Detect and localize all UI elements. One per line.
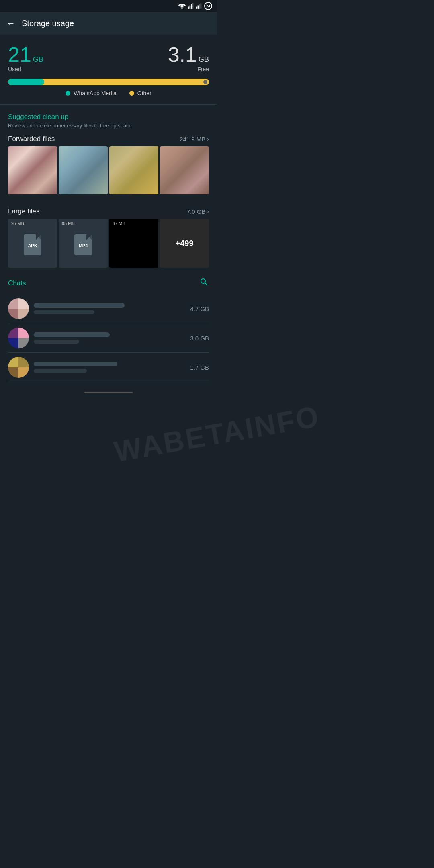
- forwarded-chevron: ›: [207, 136, 209, 142]
- chat-name-bar-1: [34, 303, 125, 308]
- progress-end-dot: [203, 80, 207, 84]
- svg-rect-5: [196, 6, 197, 9]
- storage-numbers: 21 GB Used 3.1 GB Free: [8, 44, 209, 72]
- legend-whatsapp-media: WhatsApp Media: [66, 90, 117, 96]
- svg-rect-4: [192, 3, 194, 9]
- used-value: 21: [8, 44, 31, 65]
- file3-size-label: 67 MB: [113, 221, 125, 226]
- chat-sub-bar-1: [34, 310, 94, 314]
- chats-title: Chats: [8, 279, 26, 287]
- chat-name-bar-3: [34, 362, 117, 366]
- thumb-4: [160, 146, 209, 194]
- svg-rect-3: [191, 4, 192, 9]
- chat-sub-bar-2: [34, 340, 79, 344]
- thumb-3: [109, 146, 158, 194]
- more-count-label: +499: [175, 239, 193, 248]
- chat-sub-bar-3: [34, 369, 87, 373]
- chat-avatar-2: [8, 328, 29, 348]
- other-dot: [129, 91, 134, 96]
- svg-rect-2: [190, 6, 191, 9]
- mp4-icon: MP4: [74, 234, 92, 255]
- thumb-1: [8, 146, 57, 194]
- storage-progress-bar: [8, 79, 209, 85]
- chat-name-bar-2: [34, 332, 110, 337]
- svg-rect-6: [198, 6, 199, 9]
- free-unit: GB: [199, 55, 209, 64]
- large-file-apk[interactable]: 95 MB APK: [8, 219, 57, 268]
- large-file-3[interactable]: 67 MB: [109, 219, 158, 268]
- whatsapp-media-label: WhatsApp Media: [74, 90, 117, 96]
- status-bar: 74: [0, 0, 217, 12]
- large-files-row[interactable]: Large files 7.0 GB ›: [8, 207, 209, 215]
- cleanup-description: Review and delete unnecessary files to f…: [8, 123, 209, 129]
- chat-avatar-3: [8, 357, 29, 378]
- signal-icon: [188, 3, 194, 9]
- large-file-more[interactable]: +499: [160, 219, 209, 268]
- back-button[interactable]: ←: [6, 18, 15, 29]
- chat-item-2[interactable]: 3.0 GB: [8, 323, 209, 353]
- whatsapp-media-dot: [66, 91, 70, 96]
- used-portion: [8, 79, 44, 85]
- large-files-section: Large files 7.0 GB › 95 MB APK 95 MB MP4: [0, 204, 217, 271]
- used-unit: GB: [33, 55, 43, 64]
- page-title: Storage usage: [22, 19, 74, 28]
- large-files-grid: 95 MB APK 95 MB MP4 67 MB +499: [8, 219, 209, 268]
- thumb-2: [59, 146, 108, 194]
- chat-info-1: [34, 303, 185, 314]
- chat-avatar-1: [8, 298, 29, 319]
- chat-item-1[interactable]: 4.7 GB: [8, 294, 209, 323]
- large-file-mp4[interactable]: 95 MB MP4: [59, 219, 108, 268]
- chat-info-3: [34, 362, 185, 373]
- svg-rect-8: [201, 3, 202, 9]
- chat-size-1: 4.7 GB: [190, 305, 209, 312]
- large-files-size: 7.0 GB ›: [187, 208, 209, 215]
- used-label: Used: [8, 66, 43, 72]
- chat-size-3: 1.7 GB: [190, 364, 209, 371]
- svg-point-0: [182, 8, 183, 9]
- apk-size-label: 95 MB: [11, 221, 24, 226]
- large-files-label: Large files: [8, 207, 39, 215]
- free-label: Free: [197, 66, 209, 72]
- svg-rect-1: [188, 6, 189, 9]
- cleanup-section: Suggested clean up Review and delete unn…: [0, 105, 217, 204]
- battery-indicator: 74: [204, 2, 212, 10]
- large-files-chevron: ›: [207, 208, 209, 215]
- forwarded-thumbnails[interactable]: [8, 146, 209, 194]
- free-storage: 3.1 GB Free: [168, 44, 209, 72]
- chats-header: Chats: [8, 277, 209, 289]
- other-label: Other: [137, 90, 151, 96]
- free-value: 3.1: [168, 44, 197, 65]
- forwarded-files-size: 241.9 MB ›: [180, 136, 209, 143]
- used-storage: 21 GB Used: [8, 44, 43, 72]
- apk-icon: APK: [24, 234, 41, 255]
- signal2-icon: [196, 3, 202, 9]
- storage-overview: 21 GB Used 3.1 GB Free WhatsApp Media Ot…: [0, 35, 217, 104]
- home-bar: [84, 392, 133, 393]
- wifi-icon: [178, 3, 186, 9]
- forwarded-files-row[interactable]: Forwarded files 241.9 MB ›: [8, 135, 209, 143]
- chats-section: Chats 4.7 GB: [0, 271, 217, 382]
- storage-legend: WhatsApp Media Other: [8, 90, 209, 96]
- app-bar: ← Storage usage: [0, 12, 217, 35]
- legend-other: Other: [129, 90, 151, 96]
- mp4-size-label: 95 MB: [62, 221, 75, 226]
- svg-rect-7: [199, 4, 200, 9]
- search-button[interactable]: [199, 277, 209, 289]
- chat-size-2: 3.0 GB: [190, 335, 209, 342]
- chat-item-3[interactable]: 1.7 GB: [8, 353, 209, 382]
- chat-info-2: [34, 332, 185, 344]
- forwarded-files-label: Forwarded files: [8, 135, 55, 143]
- cleanup-title: Suggested clean up: [8, 113, 209, 121]
